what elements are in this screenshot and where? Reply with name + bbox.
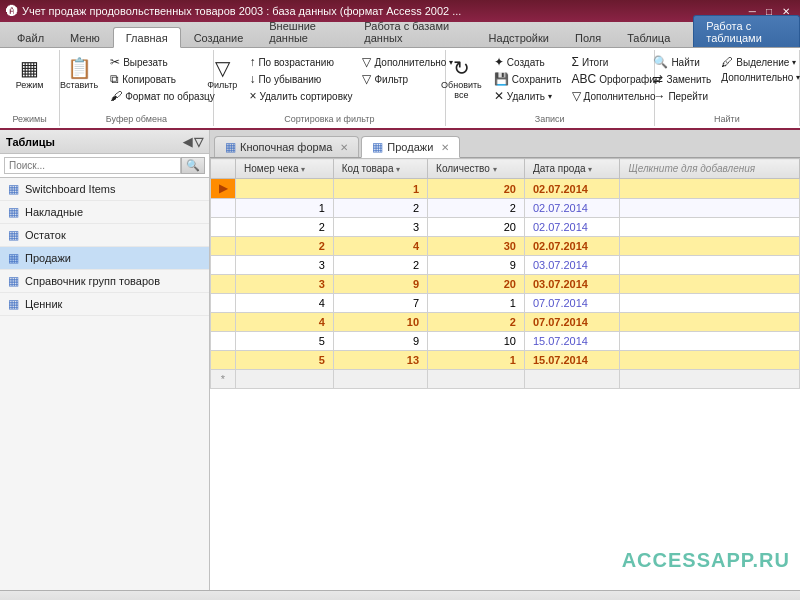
tab-menu[interactable]: Меню	[57, 27, 113, 47]
tab-external[interactable]: Внешние данные	[256, 15, 351, 47]
sidebar-item-ostatok[interactable]: ▦ Остаток	[0, 224, 209, 247]
btn-replace[interactable]: ⇄ Заменить	[649, 71, 715, 87]
kod-val[interactable]: 4	[333, 237, 427, 256]
tab-table[interactable]: Таблица	[614, 27, 683, 47]
col-date-header[interactable]: Дата прода ▾	[524, 159, 619, 179]
btn-paste[interactable]: 📋 Вставить	[54, 54, 104, 94]
date-val[interactable]: 15.07.2014	[524, 351, 619, 370]
tab-file[interactable]: Файл	[4, 27, 57, 47]
tab-database[interactable]: Работа с базами данных	[351, 15, 475, 47]
kol-val[interactable]: 20	[428, 218, 525, 237]
row-selector	[211, 275, 236, 294]
chek-val[interactable]: 4	[236, 294, 334, 313]
sidebar-item-nakl[interactable]: ▦ Накладные	[0, 201, 209, 224]
btn-delete-record[interactable]: ✕ Удалить ▾	[490, 88, 566, 104]
data-table-area[interactable]: Номер чека ▾ Код товара ▾ Количество ▾ Д…	[210, 158, 800, 590]
tab-prodazhi[interactable]: ▦ Продажи ✕	[361, 136, 460, 158]
table-row[interactable]: ▶12002.07.2014	[211, 179, 800, 199]
sidebar-item-cennik[interactable]: ▦ Ценник	[0, 293, 209, 316]
kol-val[interactable]: 1	[428, 351, 525, 370]
btn-find[interactable]: 🔍 Найти	[649, 54, 715, 70]
add-col-cell	[620, 275, 800, 294]
kod-val[interactable]: 1	[333, 179, 427, 199]
btn-filter[interactable]: ▽ Фильтр	[201, 54, 243, 94]
col-chek-header[interactable]: Номер чека ▾	[236, 159, 334, 179]
table-row[interactable]: 32903.07.2014	[211, 256, 800, 275]
date-val[interactable]: 03.07.2014	[524, 256, 619, 275]
kod-val[interactable]: 7	[333, 294, 427, 313]
tab-work-tables[interactable]: Работа с таблицами	[693, 15, 800, 47]
sidebar-menu-icon[interactable]: ▽	[194, 135, 203, 149]
date-val[interactable]: 02.07.2014	[524, 179, 619, 199]
kol-val[interactable]: 2	[428, 199, 525, 218]
kol-val[interactable]: 1	[428, 294, 525, 313]
kol-val[interactable]: 30	[428, 237, 525, 256]
sidebar-item-spravochnik[interactable]: ▦ Справочник групп товаров	[0, 270, 209, 293]
tab-prodazhi-close[interactable]: ✕	[441, 142, 449, 153]
col-kod-header[interactable]: Код товара ▾	[333, 159, 427, 179]
btn-sort-asc[interactable]: ↑ По возрастанию	[245, 54, 356, 70]
chek-val[interactable]: 2	[236, 237, 334, 256]
chek-val[interactable]: 3	[236, 275, 334, 294]
btn-refresh[interactable]: ↻ Обновитьвсе	[435, 54, 488, 104]
date-val[interactable]: 02.07.2014	[524, 218, 619, 237]
btn-additional[interactable]: Дополнительно ▾	[717, 71, 800, 84]
btn-create-record[interactable]: ✦ Создать	[490, 54, 566, 70]
kod-val[interactable]: 2	[333, 199, 427, 218]
kod-val[interactable]: 13	[333, 351, 427, 370]
new-row-cell	[428, 370, 525, 389]
kol-val[interactable]: 9	[428, 256, 525, 275]
chek-val[interactable]: 4	[236, 313, 334, 332]
date-val[interactable]: 02.07.2014	[524, 237, 619, 256]
new-row[interactable]: *	[211, 370, 800, 389]
kol-val[interactable]: 2	[428, 313, 525, 332]
sidebar-back-icon[interactable]: ◀	[183, 135, 192, 149]
kol-val[interactable]: 20	[428, 275, 525, 294]
col-add-header[interactable]: Щелкните для добавления	[620, 159, 800, 179]
table-row[interactable]: 47107.07.2014	[211, 294, 800, 313]
table-row[interactable]: 591015.07.2014	[211, 332, 800, 351]
chek-val[interactable]: 2	[236, 218, 334, 237]
date-val[interactable]: 15.07.2014	[524, 332, 619, 351]
kol-val[interactable]: 10	[428, 332, 525, 351]
date-val[interactable]: 02.07.2014	[524, 199, 619, 218]
date-val[interactable]: 07.07.2014	[524, 313, 619, 332]
btn-sort-desc[interactable]: ↓ По убыванию	[245, 71, 356, 87]
search-input[interactable]	[4, 157, 181, 174]
btn-mode[interactable]: ▦ Режим	[10, 54, 50, 94]
kol-val[interactable]: 20	[428, 179, 525, 199]
btn-goto[interactable]: → Перейти	[649, 88, 715, 104]
btn-remove-sort[interactable]: × Удалить сортировку	[245, 88, 356, 104]
btn-select[interactable]: 🖊 Выделение ▾	[717, 54, 800, 70]
chek-val[interactable]: 3	[236, 256, 334, 275]
chek-val[interactable]: 5	[236, 351, 334, 370]
col-kol-header[interactable]: Количество ▾	[428, 159, 525, 179]
sidebar-item-prodazhi[interactable]: ▦ Продажи	[0, 247, 209, 270]
kod-val[interactable]: 3	[333, 218, 427, 237]
table-row[interactable]: 232002.07.2014	[211, 218, 800, 237]
chek-val[interactable]	[236, 179, 334, 199]
chek-val[interactable]: 5	[236, 332, 334, 351]
status-bar	[0, 590, 800, 600]
table-row[interactable]: 12202.07.2014	[211, 199, 800, 218]
table-row[interactable]: 410207.07.2014	[211, 313, 800, 332]
kod-val[interactable]: 2	[333, 256, 427, 275]
kod-val[interactable]: 9	[333, 332, 427, 351]
btn-save-record[interactable]: 💾 Сохранить	[490, 71, 566, 87]
kod-val[interactable]: 10	[333, 313, 427, 332]
table-row[interactable]: 243002.07.2014	[211, 237, 800, 256]
sidebar-item-switchboard[interactable]: ▦ Switchboard Items	[0, 178, 209, 201]
tab-create[interactable]: Создание	[181, 27, 257, 47]
date-val[interactable]: 03.07.2014	[524, 275, 619, 294]
tab-knopochnaya[interactable]: ▦ Кнопочная форма ✕	[214, 136, 359, 157]
kod-val[interactable]: 9	[333, 275, 427, 294]
date-val[interactable]: 07.07.2014	[524, 294, 619, 313]
tab-knopochnaya-close[interactable]: ✕	[340, 142, 348, 153]
tab-home[interactable]: Главная	[113, 27, 181, 48]
table-row[interactable]: 513115.07.2014	[211, 351, 800, 370]
tab-fields[interactable]: Поля	[562, 27, 614, 47]
tab-addons[interactable]: Надстройки	[476, 27, 562, 47]
table-row[interactable]: 392003.07.2014	[211, 275, 800, 294]
search-button[interactable]: 🔍	[181, 157, 205, 174]
chek-val[interactable]: 1	[236, 199, 334, 218]
